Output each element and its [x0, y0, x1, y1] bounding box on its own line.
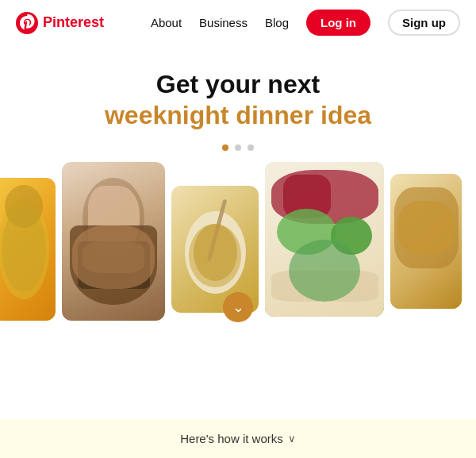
gallery-image-2	[62, 162, 165, 321]
footer-text: Here's how it works	[180, 432, 283, 445]
nav: About Business Blog Log in Sign up	[151, 10, 460, 36]
pinterest-logo-icon	[16, 12, 38, 34]
dot-1[interactable]	[222, 144, 228, 151]
svg-point-0	[16, 12, 38, 34]
footer-chevron-icon: ∨	[288, 433, 296, 445]
logo[interactable]: Pinterest	[16, 12, 104, 34]
how-it-works-bar[interactable]: Here's how it works ∨	[0, 419, 476, 458]
gallery-image-1	[0, 178, 56, 321]
image-gallery: ⌄	[0, 162, 476, 329]
gallery-image-4	[265, 162, 384, 317]
gallery-image-5	[390, 174, 462, 309]
login-button[interactable]: Log in	[306, 10, 370, 36]
hero-section: Get your next weeknight dinner idea	[0, 45, 476, 329]
signup-button[interactable]: Sign up	[388, 10, 460, 36]
carousel-dots	[222, 144, 254, 151]
dot-2[interactable]	[235, 144, 241, 151]
hero-title-line1: Get your next	[156, 69, 320, 99]
hero-title-line2: weeknight dinner idea	[105, 101, 371, 130]
scroll-down-button[interactable]: ⌄	[223, 292, 253, 322]
nav-business[interactable]: Business	[199, 16, 248, 29]
dot-3[interactable]	[248, 144, 254, 151]
chevron-down-icon: ⌄	[232, 300, 244, 314]
header: Pinterest About Business Blog Log in Sig…	[0, 0, 476, 45]
nav-about[interactable]: About	[151, 16, 182, 29]
logo-text: Pinterest	[43, 14, 104, 31]
nav-blog[interactable]: Blog	[265, 16, 289, 29]
